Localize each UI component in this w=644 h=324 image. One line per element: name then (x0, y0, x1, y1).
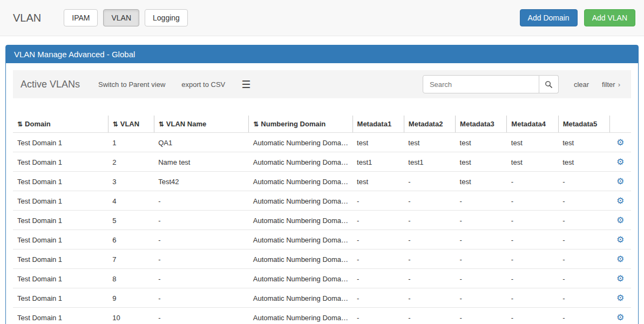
column-header-metadata2: Metadata2 (404, 116, 455, 133)
cell-metadata4: test (507, 133, 558, 152)
cell-metadata4: - (507, 308, 558, 324)
switch-parent-view-link[interactable]: Switch to Parent view (98, 80, 165, 89)
cell-numbering_domain: Automatic Numbering Doma… (249, 172, 352, 191)
cell-metadata2: test1 (404, 152, 455, 172)
nav-button-ipam[interactable]: IPAM (64, 9, 98, 26)
gear-icon[interactable]: ⚙ (616, 196, 624, 205)
cell-numbering_domain: Automatic Numbering Doma… (249, 308, 352, 324)
cell-metadata3: test (456, 152, 507, 172)
cell-metadata1: - (352, 211, 404, 230)
search-input[interactable] (423, 75, 539, 93)
column-header-vlan_name[interactable]: ⇅VLAN Name (154, 116, 249, 133)
cell-vlan_name: - (154, 211, 249, 230)
nav-button-logging[interactable]: Logging (145, 9, 188, 26)
row-actions-cell: ⚙ (609, 172, 631, 191)
cell-metadata5: - (558, 269, 609, 288)
cell-numbering_domain: Automatic Numbering Doma… (249, 133, 352, 152)
cell-numbering_domain: Automatic Numbering Doma… (249, 230, 352, 249)
cell-metadata1: test1 (352, 152, 404, 172)
column-header-metadata4: Metadata4 (507, 116, 558, 133)
cell-domain: Test Domain 1 (13, 211, 108, 230)
cell-metadata1: - (352, 288, 404, 308)
table-row: Test Domain 12Name testAutomatic Numberi… (13, 152, 631, 172)
cell-domain: Test Domain 1 (13, 269, 108, 288)
cell-metadata2: - (404, 249, 455, 269)
cell-vlan: 2 (108, 152, 154, 172)
cell-vlan_name: - (154, 269, 249, 288)
cell-domain: Test Domain 1 (13, 308, 108, 324)
column-header-metadata1: Metadata1 (352, 116, 404, 133)
sort-icon: ⇅ (113, 120, 118, 128)
cell-metadata3: - (456, 308, 507, 324)
add-vlan-button[interactable]: Add VLAN (584, 9, 635, 26)
column-header-vlan[interactable]: ⇅VLAN (108, 116, 154, 133)
cell-metadata5: - (558, 288, 609, 308)
cell-metadata5: test (558, 152, 609, 172)
gear-icon[interactable]: ⚙ (616, 235, 624, 244)
column-header-metadata3: Metadata3 (456, 116, 507, 133)
toolbar: Active VLANs Switch to Parent view expor… (13, 70, 631, 98)
column-header-domain[interactable]: ⇅Domain (13, 116, 108, 133)
gear-icon[interactable]: ⚙ (616, 313, 624, 322)
chevron-right-icon: › (618, 80, 620, 89)
cell-domain: Test Domain 1 (13, 288, 108, 308)
cell-vlan: 7 (108, 249, 154, 269)
gear-icon[interactable]: ⚙ (616, 157, 624, 166)
gear-icon[interactable]: ⚙ (616, 254, 624, 264)
cell-metadata4: - (507, 191, 558, 211)
cell-domain: Test Domain 1 (13, 191, 108, 211)
column-label: Metadata4 (511, 120, 546, 128)
cell-vlan_name: - (154, 308, 249, 324)
cell-vlan: 3 (108, 172, 154, 191)
table-body: Test Domain 11QA1Automatic Numbering Dom… (13, 133, 631, 324)
cell-metadata4: test (507, 152, 558, 172)
cell-vlan_name: - (154, 230, 249, 249)
panel-heading: VLAN Manage Advanced - Global (6, 45, 638, 63)
menu-icon[interactable]: ☰ (241, 79, 250, 90)
column-label: Metadata3 (460, 120, 494, 128)
cell-metadata5: - (558, 230, 609, 249)
cell-vlan_name: - (154, 288, 249, 308)
cell-vlan: 4 (108, 191, 154, 211)
export-csv-link[interactable]: export to CSV (181, 80, 225, 89)
cell-metadata2: - (404, 211, 455, 230)
filter-link[interactable]: filter› (602, 80, 620, 89)
gear-icon[interactable]: ⚙ (616, 274, 624, 283)
cell-metadata2: - (404, 172, 455, 191)
row-actions-cell: ⚙ (609, 133, 631, 152)
table-row: Test Domain 15-Automatic Numbering Doma…… (13, 211, 631, 230)
gear-icon[interactable]: ⚙ (616, 215, 624, 225)
add-domain-button[interactable]: Add Domain (520, 9, 578, 26)
cell-vlan: 10 (108, 308, 154, 324)
clear-link[interactable]: clear (574, 80, 589, 89)
cell-metadata4: - (507, 172, 558, 191)
cell-metadata1: - (352, 269, 404, 288)
sort-icon: ⇅ (159, 120, 164, 128)
cell-metadata5: test (558, 133, 609, 152)
table-row: Test Domain 18-Automatic Numbering Doma…… (13, 269, 631, 288)
search-button[interactable] (539, 75, 559, 93)
cell-vlan_name: Test42 (154, 172, 249, 191)
cell-metadata3: - (456, 211, 507, 230)
gear-icon[interactable]: ⚙ (616, 293, 624, 302)
gear-icon[interactable]: ⚙ (616, 177, 624, 186)
nav-button-vlan[interactable]: VLAN (103, 9, 139, 26)
row-actions-cell: ⚙ (609, 230, 631, 249)
cell-domain: Test Domain 1 (13, 172, 108, 191)
cell-metadata1: test (352, 172, 404, 191)
gear-icon[interactable]: ⚙ (616, 138, 624, 147)
column-label: Metadata2 (409, 120, 443, 128)
search-icon (545, 80, 553, 89)
cell-domain: Test Domain 1 (13, 152, 108, 172)
cell-vlan_name: QA1 (154, 133, 249, 152)
cell-metadata5: - (558, 249, 609, 269)
cell-metadata3: test (456, 172, 507, 191)
cell-numbering_domain: Automatic Numbering Doma… (249, 191, 352, 211)
cell-vlan: 6 (108, 230, 154, 249)
topbar: VLAN IPAM VLAN Logging Add Domain Add VL… (0, 0, 644, 36)
column-label: Metadata5 (563, 120, 598, 128)
cell-domain: Test Domain 1 (13, 133, 108, 152)
column-label: Domain (25, 120, 51, 128)
column-header-numbering_domain[interactable]: ⇅Numbering Domain (249, 116, 352, 133)
cell-metadata1: - (352, 230, 404, 249)
